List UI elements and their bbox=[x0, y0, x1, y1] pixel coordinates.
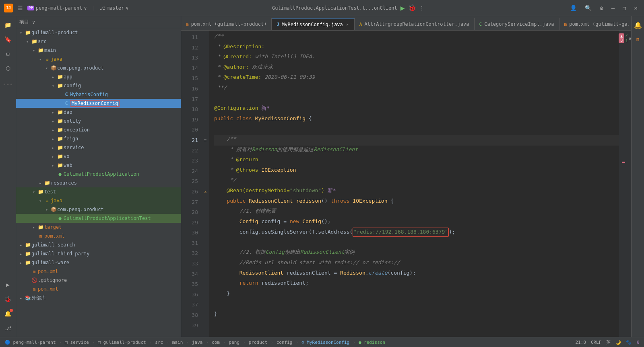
sidebar-item-git[interactable]: ⎇ bbox=[2, 322, 14, 334]
tab-icon: C bbox=[479, 22, 482, 27]
statusbar-breadcrumb: 🔵 peng-mall-parent › □ service › □ gulim… bbox=[5, 340, 385, 345]
editor-right-gutter: ▲ 8 ✓ 1 ∧ bbox=[619, 31, 631, 337]
error-marker bbox=[622, 162, 625, 163]
tree-item-service[interactable]: ▸ 📁 service bbox=[16, 143, 181, 152]
tree-item-feign[interactable]: ▸ 📁 feign bbox=[16, 134, 181, 143]
tree-item-mybatisconfig[interactable]: ▸ C MybatisConfig bbox=[16, 90, 181, 99]
titlebar: IJ ☰ PP peng-mall-parent ∨ | ⎇ master ∨ … bbox=[0, 0, 644, 16]
status-position[interactable]: 21:8 bbox=[575, 340, 586, 345]
tab-pom-ga[interactable]: m pom.xml (gulimall-ga... bbox=[559, 18, 631, 30]
sidebar-item-bookmarks[interactable]: 🔖 bbox=[2, 34, 14, 45]
tree-item-config[interactable]: ▾ 📁 config bbox=[16, 81, 181, 90]
tree-item-com-peng-product[interactable]: ▾ 📦 com.peng.product bbox=[16, 64, 181, 72]
tab-label: pom.xml (gulimall-product) bbox=[191, 21, 267, 27]
breadcrumb-main: main bbox=[172, 340, 183, 345]
tab-categoryserviceimpl[interactable]: C CategoryServiceImpl.java bbox=[475, 18, 559, 30]
statusbar: 🔵 peng-mall-parent › □ service › □ gulim… bbox=[0, 337, 644, 347]
tree-item-target[interactable]: ▸ 📁 target bbox=[16, 223, 181, 232]
code-line-20 bbox=[214, 125, 619, 135]
tree-item-com-peng-product-test[interactable]: ▾ 📦 com.peng.product bbox=[16, 205, 181, 214]
code-line-30: config.useSingleServer().setAddress("red… bbox=[214, 228, 619, 238]
tree-item-gulimall-app[interactable]: ▸ ● GulimallProductApplication bbox=[16, 170, 181, 179]
tree-item-entity[interactable]: ▸ 📁 entity bbox=[16, 117, 181, 125]
maximize-button[interactable]: ❐ bbox=[620, 4, 628, 12]
branch-selector[interactable]: ⎇ master ∨ bbox=[99, 5, 129, 11]
tree-item-src[interactable]: ▾ 📁 src bbox=[16, 37, 181, 46]
tree-label: gulimall-product bbox=[31, 30, 78, 35]
sidebar-item-structure[interactable]: ⊞ bbox=[2, 48, 14, 60]
tree-item-java[interactable]: ▾ ☕ java bbox=[16, 55, 181, 64]
code-line-39 bbox=[214, 320, 619, 331]
hamburger-icon[interactable]: ☰ bbox=[16, 4, 24, 12]
tab-icon: A bbox=[359, 22, 362, 27]
run-button[interactable]: ▶ bbox=[400, 4, 405, 12]
code-line-31 bbox=[214, 238, 619, 248]
tree-item-gitignore[interactable]: ▸ 🚫 .gitignore bbox=[16, 276, 181, 285]
tree-item-gulimall-search[interactable]: ▸ 📁 gulimall-search bbox=[16, 240, 181, 249]
breadcrumb-product: product bbox=[249, 340, 267, 345]
status-encoding[interactable]: CRLF bbox=[591, 340, 602, 345]
right-panel-maven[interactable]: m bbox=[632, 34, 644, 45]
filetree-dropdown-icon[interactable]: ∨ bbox=[32, 19, 35, 25]
breadcrumb-module: □ gulimall-product bbox=[98, 340, 146, 345]
right-panel-notifications[interactable]: 🔔 bbox=[632, 19, 644, 31]
tree-item-web[interactable]: ▸ 📁 web bbox=[16, 161, 181, 170]
tab-close-button[interactable]: ✕ bbox=[345, 22, 349, 27]
tab-myredisson[interactable]: J MyRedissonConfig.java ✕ bbox=[272, 18, 354, 30]
tree-item-gulimall-third-party[interactable]: ▸ 📁 gulimall-third-party bbox=[16, 249, 181, 258]
tree-item-gulimall-product[interactable]: ▾ 📁 gulimall-product bbox=[16, 28, 181, 37]
notification-badge bbox=[10, 309, 13, 312]
titlebar-center: GulimallProductApplicationTest.t...onCli… bbox=[272, 4, 424, 12]
tree-item-resources[interactable]: ▸ 📁 resources bbox=[16, 179, 181, 187]
folder-icon: 📁 bbox=[24, 30, 31, 35]
sidebar-icon-bar: 📁 🔖 ⊞ ⬡ ••• ▶ 🐞 🔔 ⎇ bbox=[0, 16, 16, 337]
tree-item-main[interactable]: ▾ 📁 main bbox=[16, 46, 181, 55]
sidebar-item-project[interactable]: 📁 bbox=[2, 19, 14, 31]
tree-item-app[interactable]: ▸ 📁 app bbox=[16, 72, 181, 81]
tree-item-gulimall-app-test[interactable]: ▸ ● GulimallProductApplicationTest bbox=[16, 214, 181, 223]
debug-button[interactable]: 🐞 bbox=[408, 4, 416, 12]
code-line-19: public class MyRedissonConfig { bbox=[214, 115, 619, 125]
close-button[interactable]: ✕ bbox=[632, 4, 640, 12]
tree-item-pom-xml-parent[interactable]: ▸ m pom.xml bbox=[16, 285, 181, 294]
tree-item-myredissonconfig[interactable]: ▸ C MyRedissonConfig bbox=[16, 99, 181, 108]
minimize-button[interactable]: — bbox=[609, 4, 617, 12]
breadcrumb-service: □ service bbox=[65, 340, 89, 345]
project-selector[interactable]: PP peng-mall-parent ∨ bbox=[27, 5, 87, 11]
tab-pom-product[interactable]: m pom.xml (gulimall-product) bbox=[181, 18, 272, 30]
editor-content[interactable]: 11 12 13 14 15 16 17 18 19 20 21 22 23 2… bbox=[181, 31, 631, 337]
tree-item-pom-xml-product[interactable]: ▸ m pom.xml bbox=[16, 232, 181, 240]
tree-item-java-test[interactable]: ▾ ☕ java bbox=[16, 196, 181, 205]
user-icon[interactable]: 👤 bbox=[568, 4, 579, 12]
tab-icon: m bbox=[564, 22, 567, 27]
code-line-16: **/ bbox=[214, 84, 619, 94]
tree-item-pom-xml-root[interactable]: ▸ m pom.xml bbox=[16, 267, 181, 276]
code-line-24: * @throws IOException bbox=[214, 166, 619, 177]
tree-item-exception[interactable]: ▸ 📁 exception bbox=[16, 125, 181, 134]
sidebar-item-run[interactable]: ▶ bbox=[2, 279, 14, 290]
search-icon[interactable]: 🔍 bbox=[582, 4, 594, 12]
breadcrumb-java: java bbox=[192, 340, 203, 345]
code-line-11: /** bbox=[214, 32, 619, 43]
sidebar-item-debug[interactable]: 🐞 bbox=[2, 294, 14, 305]
tree-item-vo[interactable]: ▸ 📁 vo bbox=[16, 152, 181, 161]
file-tree-panel: 项目 ∨ ▾ 📁 gulimall-product ▾ 📁 src ▾ 📁 ma… bbox=[16, 16, 181, 337]
tree-item-test[interactable]: ▾ 📁 test bbox=[16, 187, 181, 196]
tab-label: AttrAttrgroupRelationController.java bbox=[364, 21, 469, 27]
tree-item-gulimall-ware[interactable]: ▸ 📁 gulimall-ware bbox=[16, 258, 181, 267]
branch-dropdown-icon: ∨ bbox=[126, 5, 128, 11]
code-editor[interactable]: /** * @Description: * @Created: with Int… bbox=[209, 31, 619, 337]
code-line-35: return redissonClient; bbox=[214, 279, 619, 290]
titlebar-right: 👤 🔍 ⚙ — ❐ ✕ bbox=[568, 4, 640, 12]
settings-icon[interactable]: ⚙ bbox=[597, 4, 605, 12]
tree-item-dao[interactable]: ▸ 📁 dao bbox=[16, 108, 181, 117]
code-line-32: //2. 根据Config创建出RedissonClient实例 bbox=[214, 248, 619, 259]
project-badge: PP bbox=[27, 6, 34, 10]
more-button[interactable]: ⋮ bbox=[419, 5, 424, 11]
tree-item-external-libs[interactable]: ▸ 📚 外部库 bbox=[16, 294, 181, 302]
tab-attrattrgrouprelation[interactable]: A AttrAttrgroupRelationController.java bbox=[355, 18, 475, 30]
filetree-content[interactable]: ▾ 📁 gulimall-product ▾ 📁 src ▾ 📁 main ▾ … bbox=[16, 28, 181, 337]
sidebar-item-notifications[interactable]: 🔔 bbox=[2, 308, 14, 319]
sidebar-item-plugins[interactable]: ⬡ bbox=[2, 63, 14, 74]
tab-icon: m bbox=[186, 22, 189, 27]
